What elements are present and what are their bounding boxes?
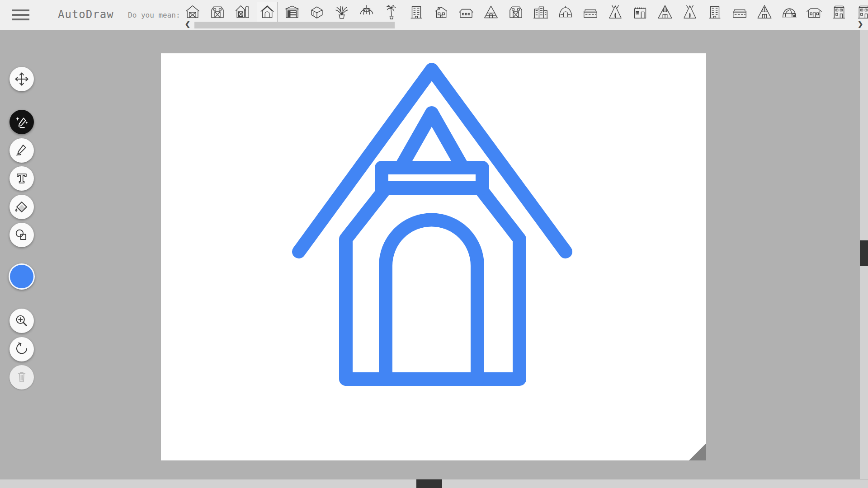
suggestion-barn-sketch[interactable] xyxy=(505,2,526,23)
suggestion-igloo[interactable] xyxy=(779,2,800,23)
suggestion-long-building[interactable] xyxy=(580,2,601,23)
long-shed-icon xyxy=(731,4,748,21)
app-title: AutoDraw xyxy=(58,8,114,21)
round-hut-icon xyxy=(557,4,574,21)
hanging-plant-icon xyxy=(358,4,375,21)
house-with-x-door-icon xyxy=(184,4,201,21)
suggestion-round-hut[interactable] xyxy=(555,2,576,23)
move-icon xyxy=(13,70,31,88)
suggestion-dog-house[interactable] xyxy=(257,2,278,23)
horizontal-scrollbar-handle[interactable] xyxy=(416,479,442,488)
scroll-right-button[interactable]: ❯ xyxy=(856,19,865,28)
scroll-left-button[interactable]: ❮ xyxy=(183,19,192,28)
house-partial-icon xyxy=(855,4,868,21)
suggestion-teepee[interactable] xyxy=(679,2,700,23)
house-with-silo-icon xyxy=(234,4,251,21)
dog-house-drawing xyxy=(161,53,706,460)
drawing-path-door xyxy=(386,220,477,380)
zoom-tool[interactable] xyxy=(9,309,34,333)
draw-tool[interactable] xyxy=(9,138,34,163)
color-picker[interactable] xyxy=(9,263,35,290)
a-frame-cabin-icon xyxy=(756,4,773,21)
menu-button[interactable] xyxy=(12,8,30,22)
top-bar: AutoDraw Do you mean: ❮ ❯ xyxy=(0,0,868,30)
suggestion-garage[interactable] xyxy=(282,2,302,23)
adobe-house-icon xyxy=(632,4,649,21)
vertical-scrollbar[interactable] xyxy=(860,30,868,479)
suggestion-teepee-sketch[interactable] xyxy=(605,2,626,23)
suggestion-farmhouse[interactable] xyxy=(456,2,476,23)
auto-draw-tool[interactable] xyxy=(9,110,34,134)
drawing-path-name-board xyxy=(382,168,482,188)
hamburger-icon xyxy=(12,19,29,20)
horizontal-scrollbar[interactable] xyxy=(0,479,868,488)
suggestion-house-sketch[interactable] xyxy=(431,2,452,23)
teepee-icon xyxy=(681,4,698,21)
undo-button[interactable] xyxy=(9,337,34,361)
ranch-house-icon xyxy=(806,4,823,21)
suggestion-adobe-house[interactable] xyxy=(630,2,651,23)
suggestion-ranch-house[interactable] xyxy=(804,2,825,23)
suggestion-apartment-building[interactable] xyxy=(406,2,427,23)
garage-icon xyxy=(283,4,301,21)
shape-icon xyxy=(13,226,31,244)
barn-icon xyxy=(209,4,226,21)
a-frame-hut-icon xyxy=(656,4,674,21)
delete-button[interactable] xyxy=(9,365,34,389)
suggestion-two-story-house[interactable] xyxy=(829,2,849,23)
move-tool[interactable] xyxy=(9,67,34,91)
house-3d-icon xyxy=(308,4,326,21)
suggestion-tall-building[interactable] xyxy=(704,2,725,23)
drawing-canvas[interactable] xyxy=(161,53,706,460)
farmhouse-icon xyxy=(458,4,475,21)
suggestion-thatched-hut[interactable] xyxy=(481,2,501,23)
suggestion-potted-palm[interactable] xyxy=(381,2,402,23)
magic-pencil-icon xyxy=(13,113,31,131)
suggestion-city-buildings[interactable] xyxy=(530,2,551,23)
type-tool[interactable] xyxy=(9,166,34,191)
drawing-path-inner-roof xyxy=(401,113,462,166)
suggestions-scrollbar-handle[interactable] xyxy=(194,22,395,28)
vertical-scrollbar-handle[interactable] xyxy=(860,240,868,266)
zoom-icon xyxy=(13,312,31,330)
trash-icon xyxy=(13,368,31,386)
suggestion-a-frame-hut[interactable] xyxy=(655,2,675,23)
fill-icon xyxy=(13,198,31,216)
fill-tool[interactable] xyxy=(9,195,34,219)
house-sketch-icon xyxy=(433,4,450,21)
shape-tool[interactable] xyxy=(9,223,34,247)
long-building-icon xyxy=(582,4,599,21)
canvas-fold-corner xyxy=(689,443,706,460)
apartment-building-icon xyxy=(408,4,425,21)
hamburger-icon xyxy=(12,14,29,16)
tall-building-icon xyxy=(706,4,723,21)
suggestion-long-shed[interactable] xyxy=(729,2,750,23)
suggestion-house-3d[interactable] xyxy=(307,2,327,23)
teepee-sketch-icon xyxy=(607,4,624,21)
pencil-icon xyxy=(13,141,31,160)
city-buildings-icon xyxy=(532,4,549,21)
two-story-house-icon xyxy=(830,4,848,21)
undo-icon xyxy=(13,340,31,358)
barn-sketch-icon xyxy=(507,4,524,21)
suggestion-prompt: Do you mean: xyxy=(128,11,180,19)
dog-house-icon xyxy=(259,4,276,21)
thatched-hut-icon xyxy=(482,4,500,21)
igloo-icon xyxy=(781,4,798,21)
potted-plant-icon xyxy=(333,4,350,21)
potted-palm-icon xyxy=(383,4,400,21)
suggestion-barn[interactable] xyxy=(207,2,228,23)
type-icon xyxy=(13,169,31,188)
suggestion-house-with-silo[interactable] xyxy=(232,2,253,23)
hamburger-icon xyxy=(12,9,29,11)
suggestion-potted-plant[interactable] xyxy=(331,2,352,23)
autodraw-app: AutoDraw Do you mean: ❮ ❯ xyxy=(0,0,868,488)
suggestion-a-frame-cabin[interactable] xyxy=(754,2,775,23)
suggestion-hanging-plant[interactable] xyxy=(356,2,377,23)
